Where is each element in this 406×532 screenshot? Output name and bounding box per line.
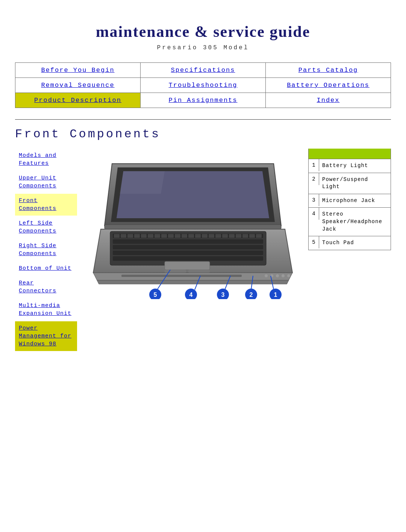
- nav-link[interactable]: Parts Catalog: [298, 67, 358, 74]
- content-layout: Models and FeaturesUpper Unit Components…: [15, 149, 391, 351]
- svg-point-41: [282, 274, 285, 277]
- svg-rect-36: [188, 270, 210, 273]
- svg-rect-4: [105, 225, 281, 229]
- image-area: 5 4 3 2 1: [81, 149, 304, 337]
- svg-rect-13: [121, 234, 126, 238]
- svg-rect-23: [188, 234, 194, 238]
- sidebar-item[interactable]: Right Side Components: [15, 239, 77, 261]
- svg-rect-33: [256, 234, 262, 238]
- nav-link[interactable]: Specifications: [171, 67, 235, 74]
- svg-point-40: [287, 274, 290, 277]
- svg-rect-26: [209, 234, 214, 238]
- svg-rect-32: [249, 234, 255, 238]
- sidebar-item[interactable]: Power Management for Windows 98: [15, 321, 77, 351]
- sidebar-item[interactable]: Front Components: [15, 194, 77, 216]
- component-row: 3Microphone Jack: [309, 194, 391, 208]
- sidebar-link[interactable]: Right Side Components: [19, 243, 56, 257]
- svg-rect-10: [113, 251, 263, 255]
- header: maintenance & service guide Presario 305…: [15, 23, 391, 51]
- sidebar-link[interactable]: Multi-media Expansion Unit: [19, 302, 71, 317]
- svg-rect-27: [215, 234, 221, 238]
- component-label: Stereo Speaker/Headphone Jack: [319, 208, 391, 236]
- nav-cell: Removal Sequence: [15, 78, 141, 93]
- svg-rect-30: [236, 234, 241, 238]
- svg-rect-34: [165, 261, 210, 270]
- component-row: 4Stereo Speaker/Headphone Jack: [309, 208, 391, 236]
- sidebar-item[interactable]: Multi-media Expansion Unit: [15, 299, 77, 321]
- svg-rect-17: [148, 234, 153, 238]
- subtitle: Presario 305 Model: [15, 44, 391, 51]
- component-row: 2Power/Suspend Light: [309, 173, 391, 194]
- component-label: Microphone Jack: [319, 194, 378, 208]
- sidebar-item[interactable]: Rear Connectors: [15, 276, 77, 298]
- svg-rect-15: [134, 234, 140, 238]
- svg-rect-29: [229, 234, 235, 238]
- svg-rect-25: [202, 234, 208, 238]
- nav-cell: Specifications: [141, 63, 266, 78]
- nav-link[interactable]: Battery Operations: [287, 82, 370, 89]
- svg-rect-31: [242, 234, 248, 238]
- divider: [15, 119, 391, 120]
- svg-rect-28: [222, 234, 228, 238]
- nav-cell: Parts Catalog: [266, 63, 391, 78]
- svg-rect-9: [113, 245, 263, 249]
- nav-link[interactable]: Index: [317, 97, 339, 104]
- svg-rect-39: [121, 275, 242, 277]
- sidebar-item[interactable]: Left Side Components: [15, 216, 77, 238]
- sidebar-link[interactable]: Left Side Components: [19, 220, 56, 234]
- component-number: 3: [309, 194, 319, 206]
- svg-text:2: 2: [249, 292, 253, 298]
- nav-cell: Index: [266, 93, 391, 108]
- nav-link[interactable]: Pin Assignments: [168, 97, 237, 104]
- svg-rect-24: [195, 234, 201, 238]
- sidebar-item[interactable]: Models and Features: [15, 149, 77, 170]
- svg-point-42: [276, 274, 279, 277]
- page-container: maintenance & service guide Presario 305…: [0, 0, 406, 366]
- svg-rect-19: [161, 234, 167, 238]
- svg-text:4: 4: [189, 292, 192, 298]
- sidebar-item[interactable]: Bottom of Unit: [15, 261, 77, 275]
- nav-cell: Battery Operations: [266, 78, 391, 93]
- sidebar-link[interactable]: Rear Connectors: [19, 280, 56, 294]
- sidebar: Models and FeaturesUpper Unit Components…: [15, 149, 77, 351]
- svg-rect-11: [113, 256, 263, 261]
- section-title: Front Components: [15, 127, 391, 141]
- component-label: Touch Pad: [319, 236, 357, 250]
- laptop-illustration: 5 4 3 2 1: [89, 156, 296, 299]
- svg-rect-16: [141, 234, 147, 238]
- svg-rect-12: [114, 234, 120, 238]
- svg-rect-18: [155, 234, 160, 238]
- svg-rect-8: [113, 239, 263, 244]
- sidebar-item[interactable]: Upper Unit Components: [15, 171, 77, 193]
- sidebar-link[interactable]: Power Management for Windows 98: [19, 325, 71, 347]
- nav-link[interactable]: Product Description: [34, 97, 121, 104]
- nav-link[interactable]: Before You Begin: [41, 67, 114, 74]
- component-list: 1Battery Light2Power/Suspend Light3Micro…: [308, 149, 391, 250]
- svg-rect-35: [165, 270, 186, 273]
- nav-cell: Pin Assignments: [141, 93, 266, 108]
- component-label: Power/Suspend Light: [319, 173, 391, 194]
- nav-link[interactable]: Removal Sequence: [41, 82, 114, 89]
- component-list-header: [309, 149, 391, 159]
- laptop-container: 5 4 3 2 1: [89, 156, 296, 307]
- svg-marker-38: [97, 280, 289, 284]
- svg-rect-21: [175, 234, 180, 238]
- svg-marker-3: [120, 171, 165, 194]
- sidebar-link[interactable]: Front Components: [19, 198, 56, 212]
- sidebar-link[interactable]: Upper Unit Components: [19, 175, 56, 189]
- component-number: 5: [309, 236, 319, 248]
- nav-table: Before You BeginSpecificationsParts Cata…: [15, 62, 391, 108]
- nav-cell: Before You Begin: [15, 63, 141, 78]
- component-row: 1Battery Light: [309, 159, 391, 173]
- nav-link[interactable]: Troubleshooting: [168, 82, 237, 89]
- svg-text:5: 5: [153, 292, 157, 298]
- sidebar-link[interactable]: Bottom of Unit: [19, 265, 71, 272]
- svg-text:1: 1: [274, 292, 277, 298]
- svg-text:3: 3: [221, 292, 224, 298]
- svg-rect-20: [168, 234, 174, 238]
- sidebar-link[interactable]: Models and Features: [19, 152, 56, 167]
- component-row: 5Touch Pad: [309, 236, 391, 250]
- component-number: 4: [309, 208, 319, 220]
- nav-cell: Troubleshooting: [141, 78, 266, 93]
- component-label: Battery Light: [319, 159, 371, 173]
